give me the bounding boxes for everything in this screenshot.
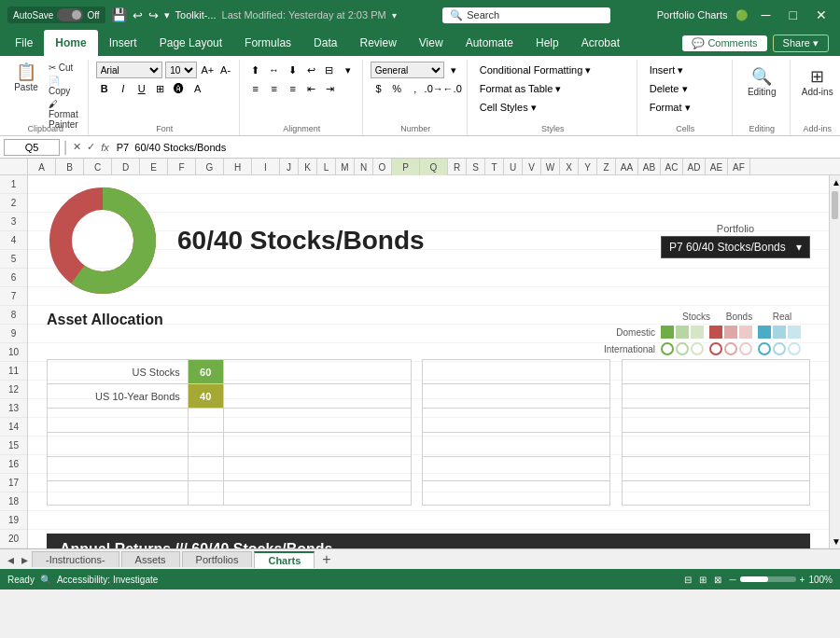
maximize-button[interactable]: □: [784, 7, 803, 22]
col-AE[interactable]: AE: [706, 159, 728, 175]
autosave-switch[interactable]: [57, 8, 83, 21]
col-L[interactable]: L: [317, 159, 336, 175]
col-K[interactable]: K: [299, 159, 317, 175]
col-B[interactable]: B: [56, 159, 84, 175]
col-F[interactable]: F: [168, 159, 196, 175]
vertical-scrollbar[interactable]: ▲ ▼: [829, 175, 840, 548]
undo-icon[interactable]: ↩: [133, 8, 143, 22]
col-M[interactable]: M: [336, 159, 355, 175]
number-format-select[interactable]: General: [371, 62, 444, 78]
customize-icon[interactable]: ▾: [164, 9, 170, 21]
col-J[interactable]: J: [280, 159, 299, 175]
underline-button[interactable]: U: [133, 80, 150, 97]
col-D[interactable]: D: [112, 159, 140, 175]
font-family-select[interactable]: Arial: [96, 62, 162, 78]
col-Y[interactable]: Y: [579, 159, 597, 175]
col-T[interactable]: T: [485, 159, 504, 175]
col-AD[interactable]: AD: [683, 159, 706, 175]
tab-portfolios[interactable]: Portfolios: [182, 551, 253, 567]
align-left-button[interactable]: ≡: [247, 80, 264, 97]
portfolio-dropdown[interactable]: P7 60/40 Stocks/Bonds ▾: [661, 236, 810, 258]
col-V[interactable]: V: [523, 159, 541, 175]
col-X[interactable]: X: [560, 159, 579, 175]
insert-button[interactable]: Insert ▾: [645, 62, 689, 78]
currency-button[interactable]: $: [371, 80, 387, 97]
cancel-formula-icon[interactable]: ✕: [71, 141, 83, 153]
tab-assets[interactable]: Assets: [121, 551, 180, 567]
tab-page-layout[interactable]: Page Layout: [148, 30, 233, 56]
tab-nav-left[interactable]: ◂: [4, 552, 18, 567]
increase-decimal-button[interactable]: .0→: [426, 80, 442, 97]
col-AC[interactable]: AC: [661, 159, 683, 175]
decrease-indent-button[interactable]: ⇤: [303, 80, 320, 97]
zoom-decrease-button[interactable]: ─: [729, 575, 735, 585]
col-I[interactable]: I: [252, 159, 280, 175]
align-bottom-button[interactable]: ⬇: [284, 62, 301, 78]
save-icon[interactable]: 💾: [111, 7, 127, 22]
tab-home[interactable]: Home: [44, 30, 97, 56]
merge-dropdown[interactable]: ▾: [340, 62, 357, 78]
tab-automate[interactable]: Automate: [455, 30, 525, 56]
add-sheet-button[interactable]: +: [316, 551, 336, 568]
minimize-button[interactable]: ─: [756, 7, 777, 22]
border-button[interactable]: ⊞: [152, 80, 169, 97]
tab-help[interactable]: Help: [525, 30, 570, 56]
autosave-toggle[interactable]: AutoSave Off: [7, 7, 105, 23]
wrap-text-button[interactable]: ↩: [302, 62, 319, 78]
col-P[interactable]: P: [392, 159, 420, 175]
delete-button[interactable]: Delete ▾: [645, 80, 693, 97]
zoom-increase-button[interactable]: +: [800, 575, 805, 585]
tab-file[interactable]: File: [4, 30, 44, 56]
paste-button[interactable]: 📋 Paste: [9, 62, 43, 94]
col-AA[interactable]: AA: [616, 159, 638, 175]
col-W[interactable]: W: [541, 159, 560, 175]
decrease-decimal-button[interactable]: ←.0: [444, 80, 461, 97]
col-R[interactable]: R: [448, 159, 467, 175]
col-AB[interactable]: AB: [638, 159, 661, 175]
font-size-select[interactable]: 10: [165, 62, 197, 78]
align-center-button[interactable]: ≡: [266, 80, 283, 97]
cell-styles-button[interactable]: Cell Styles ▾: [475, 99, 541, 116]
col-H[interactable]: H: [224, 159, 252, 175]
col-Q[interactable]: Q: [420, 159, 448, 175]
col-S[interactable]: S: [467, 159, 485, 175]
name-box[interactable]: [4, 139, 60, 156]
tab-charts[interactable]: Charts: [254, 551, 315, 568]
tab-insert[interactable]: Insert: [98, 30, 148, 56]
col-N[interactable]: N: [355, 159, 373, 175]
decrease-font-button[interactable]: A-: [217, 62, 232, 78]
modified-dropdown[interactable]: ▾: [392, 10, 397, 21]
col-AF[interactable]: AF: [728, 159, 750, 175]
share-button[interactable]: Share ▾: [773, 35, 829, 52]
increase-indent-button[interactable]: ⇥: [322, 80, 339, 97]
close-button[interactable]: ✕: [810, 7, 833, 22]
col-O[interactable]: O: [373, 159, 392, 175]
view-normal-icon[interactable]: ⊟: [684, 575, 692, 585]
view-page-icon[interactable]: ⊠: [714, 575, 721, 585]
col-Z[interactable]: Z: [597, 159, 616, 175]
zoom-slider[interactable]: [740, 576, 796, 582]
confirm-formula-icon[interactable]: ✓: [85, 141, 97, 153]
align-top-button[interactable]: ⬆: [247, 62, 264, 78]
copy-button[interactable]: 📄 Copy: [45, 75, 82, 97]
tab-review[interactable]: Review: [348, 30, 407, 56]
increase-font-button[interactable]: A+: [200, 62, 215, 78]
col-C[interactable]: C: [84, 159, 112, 175]
addins-button[interactable]: ⊞ Add-ins: [798, 66, 837, 99]
align-middle-button[interactable]: ↔: [266, 62, 283, 78]
col-E[interactable]: E: [140, 159, 168, 175]
cut-button[interactable]: ✂ Cut: [45, 62, 82, 74]
col-U[interactable]: U: [504, 159, 523, 175]
tab-instructions[interactable]: -Instructions-: [32, 551, 119, 567]
bold-button[interactable]: B: [96, 80, 113, 97]
merge-button[interactable]: ⊟: [321, 62, 338, 78]
scroll-thumb[interactable]: [832, 191, 838, 219]
tab-formulas[interactable]: Formulas: [233, 30, 302, 56]
search-bar[interactable]: 🔍 Search: [442, 7, 610, 23]
font-color-button[interactable]: A: [189, 80, 206, 97]
col-G[interactable]: G: [196, 159, 224, 175]
editing-button[interactable]: 🔍 Editing: [744, 66, 780, 99]
scroll-up-button[interactable]: ▲: [830, 175, 840, 189]
align-right-button[interactable]: ≡: [285, 80, 301, 97]
italic-button[interactable]: I: [115, 80, 132, 97]
